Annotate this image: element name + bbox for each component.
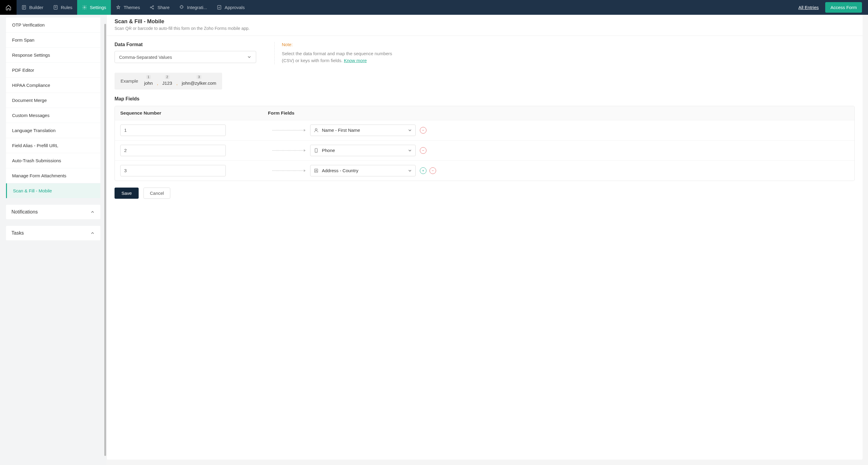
form-field-select[interactable]: Name - First Name	[310, 124, 415, 136]
minus-icon	[422, 149, 425, 152]
section-label: Notifications	[11, 209, 38, 215]
note-block: Note: Select the data format and map the…	[274, 42, 395, 64]
phone-icon	[313, 148, 319, 153]
approvals-icon	[217, 5, 222, 10]
sequence-input[interactable]	[120, 165, 226, 176]
form-field-select[interactable]: Address - Country	[310, 165, 415, 176]
tab-rules[interactable]: Rules	[48, 0, 77, 15]
map-row: Name - First Name	[115, 120, 855, 141]
example-item: 2 J123	[162, 76, 173, 86]
sidebar-item-lang[interactable]: Language Translation	[6, 123, 100, 138]
sidebar-item-autotrash[interactable]: Auto-Trash Submissions	[6, 153, 100, 168]
chevron-up-icon	[90, 210, 95, 214]
fields-header: Form Fields	[268, 110, 849, 116]
tab-label: Builder	[29, 5, 43, 10]
map-fields-table: Sequence Number Form Fields Name - First…	[115, 106, 855, 181]
tab-label: Share	[157, 5, 169, 10]
form-field-select[interactable]: Phone	[310, 145, 415, 156]
example-index: 2	[165, 75, 170, 79]
svg-rect-1	[54, 5, 57, 9]
map-row: Address - Country	[115, 161, 855, 181]
page-description: Scan QR or barcode to auto-fill this for…	[115, 26, 855, 31]
home-icon	[5, 4, 11, 10]
person-icon	[313, 127, 319, 133]
sidebar-item-label: Document Merge	[12, 98, 47, 103]
sidebar-item-label: Custom Messages	[12, 113, 50, 118]
sidebar-item-label: Manage Form Attachments	[12, 173, 66, 178]
example-label: Example	[115, 79, 144, 84]
settings-sidebar: OTP Verification Form Span Response Sett…	[0, 15, 106, 465]
note-text: Select the data format and map the seque…	[282, 50, 395, 64]
sequence-input[interactable]	[120, 145, 226, 156]
tab-settings[interactable]: Settings	[77, 0, 111, 15]
svg-point-13	[316, 170, 317, 171]
sequence-input[interactable]	[120, 124, 226, 136]
arrow-icon	[273, 169, 306, 172]
sidebar-section-notifications[interactable]: Notifications	[6, 205, 100, 219]
example-index: 1	[146, 75, 151, 79]
sidebar-item-label: Field Alias - Prefill URL	[12, 143, 58, 148]
builder-icon	[22, 5, 27, 10]
minus-icon	[422, 129, 425, 132]
note-body: Select the data format and map the seque…	[282, 51, 392, 63]
page-title: Scan & Fill - Mobile	[115, 19, 855, 25]
cancel-button[interactable]: Cancel	[144, 187, 170, 199]
all-entries-link[interactable]: All Entries	[798, 5, 819, 10]
svg-point-2	[84, 7, 85, 8]
sidebar-item-custom-msg[interactable]: Custom Messages	[6, 108, 100, 123]
sidebar-item-label: PDF Editor	[12, 67, 34, 73]
tab-label: Integrati...	[187, 5, 207, 10]
map-fields-label: Map Fields	[115, 96, 855, 101]
tab-integrations[interactable]: Integrati...	[174, 0, 212, 15]
tab-share[interactable]: Share	[145, 0, 174, 15]
top-nav: Builder Rules Settings Themes Share Inte…	[0, 0, 868, 15]
add-row-button[interactable]	[420, 167, 427, 174]
sidebar-item-attachments[interactable]: Manage Form Attachments	[6, 168, 100, 183]
rules-icon	[53, 5, 58, 10]
integrations-icon	[179, 5, 184, 10]
field-value: Phone	[322, 148, 404, 153]
tab-label: Rules	[61, 5, 72, 10]
tab-builder[interactable]: Builder	[17, 0, 48, 15]
save-button[interactable]: Save	[115, 187, 138, 199]
example-box: Example 1 john , 2 J123 , 3 john@zylker.…	[115, 73, 222, 90]
data-format-label: Data Format	[115, 42, 256, 47]
comma-separator: ,	[157, 81, 158, 86]
arrow-icon	[273, 129, 306, 132]
sidebar-item-pdf[interactable]: PDF Editor	[6, 63, 100, 78]
data-format-select[interactable]: Comma-Separated Values	[115, 51, 256, 63]
know-more-link[interactable]: Know more	[344, 58, 367, 63]
example-value: john	[144, 81, 153, 86]
access-form-button[interactable]: Access Form	[825, 2, 862, 13]
chevron-down-icon	[407, 148, 412, 153]
arrow-icon	[273, 149, 306, 152]
remove-row-button[interactable]	[430, 167, 436, 174]
section-label: Tasks	[11, 230, 24, 236]
main-panel: Scan & Fill - Mobile Scan QR or barcode …	[106, 15, 863, 460]
sidebar-item-label: HIPAA Compliance	[12, 83, 50, 88]
tab-label: Approvals	[224, 5, 245, 10]
remove-row-button[interactable]	[420, 147, 427, 154]
sidebar-item-response[interactable]: Response Settings	[6, 48, 100, 62]
sidebar-item-scan-fill[interactable]: Scan & Fill - Mobile	[6, 183, 100, 198]
remove-row-button[interactable]	[420, 127, 427, 134]
plus-icon	[422, 169, 425, 172]
example-item: 1 john	[144, 76, 153, 86]
tab-approvals[interactable]: Approvals	[212, 0, 250, 15]
sidebar-section-tasks[interactable]: Tasks	[6, 226, 100, 240]
select-value: Comma-Separated Values	[119, 55, 172, 60]
tab-themes[interactable]: Themes	[111, 0, 145, 15]
sidebar-item-form-span[interactable]: Form Span	[6, 33, 100, 47]
sidebar-item-otp[interactable]: OTP Verification	[6, 18, 100, 32]
example-item: 3 john@zylker.com	[182, 76, 216, 86]
sidebar-item-hipaa[interactable]: HIPAA Compliance	[6, 78, 100, 93]
sidebar-item-doc-merge[interactable]: Document Merge	[6, 93, 100, 108]
field-value: Name - First Name	[322, 127, 404, 133]
share-icon	[150, 5, 155, 10]
sidebar-scrollbar[interactable]	[104, 15, 106, 465]
nav-right: All Entries Access Form	[798, 0, 868, 15]
sidebar-item-label: OTP Verification	[12, 22, 44, 27]
home-button[interactable]	[0, 0, 17, 15]
tab-label: Themes	[124, 5, 140, 10]
sidebar-item-alias[interactable]: Field Alias - Prefill URL	[6, 138, 100, 153]
